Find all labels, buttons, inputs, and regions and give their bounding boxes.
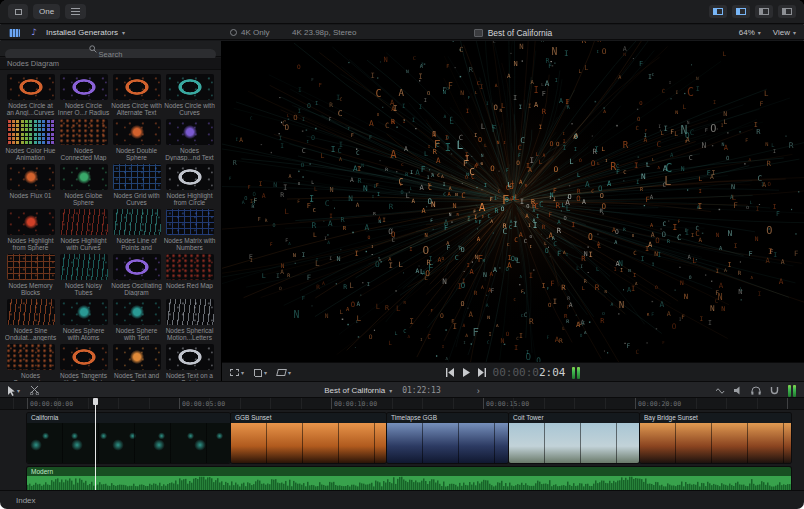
audio-skimming-icon[interactable] [734,386,742,395]
audio-clip-body [27,476,791,491]
skip-back-button[interactable] [446,368,455,377]
timeline-ruler[interactable]: 00:00:00:0000:00:05:0000:00:10:0000:00:1… [0,398,804,410]
generator-item[interactable]: Nodes Suspension [4,344,57,381]
workspace-one-label: One [39,7,54,16]
generator-item[interactable]: Nodes Highlight from Circle [163,164,216,208]
generator-label: Nodes Sphere with Text [111,327,163,341]
generator-item[interactable]: Nodes Dynasp...nd Text [163,119,216,163]
generator-item[interactable]: Nodes Double Sphere [110,119,163,163]
generator-item[interactable]: Nodes Tangents with Cu...scillator [57,344,110,381]
timeline-clip[interactable]: Bay Bridge Sunset [640,413,791,463]
generator-label: Nodes Line of Points and Curves [111,237,163,251]
inspector-layout-button[interactable] [755,5,773,18]
clip-filmstrip [387,423,508,463]
generator-label: Nodes Highlight from Sphere [5,237,57,251]
generator-item[interactable]: Nodes Circle with Alternate Text [110,74,163,118]
media-import-button[interactable] [8,4,28,19]
keyboard-button[interactable] [65,4,86,19]
timeline-layout-button[interactable] [732,5,750,18]
generator-item[interactable]: Nodes Memory Blocks [4,254,57,298]
playhead[interactable] [95,398,96,490]
clip-name-label: GGB Sunset [231,413,386,423]
generator-category-dropdown[interactable]: Installed Generators ▾ [46,25,125,40]
show-audio-browser-button[interactable]: ♪ [26,27,42,38]
viewer[interactable] [222,41,804,362]
workspace-one-button[interactable]: One [33,4,60,19]
timeline-layout-icon [736,8,746,15]
audio-meters-button[interactable] [788,385,796,397]
generator-thumbnail [113,74,161,100]
generator-thumbnail [113,344,161,370]
solo-headphones-icon[interactable] [751,386,761,395]
generator-item[interactable]: Nodes Circle with Curves [163,74,216,118]
generator-item[interactable]: Nodes Flux 01 [4,164,57,208]
viewer-zoom-dropdown[interactable]: 64% ▾ [739,28,761,37]
timeline-clip[interactable]: Timelapse GGB [387,413,508,463]
index-button[interactable]: Index [10,494,42,507]
generator-item[interactable]: Nodes Grid with Curves [110,164,163,208]
generator-label: Nodes Suspension [5,372,57,381]
generator-item[interactable]: Nodes Sphere with Atoms [57,299,110,343]
viewer-view-dropdown[interactable]: View ▾ [773,28,796,37]
timeline-clip[interactable]: Coit Tower [509,413,639,463]
timeline-toolbar-center: Best of California ▾ 01:22:13 › [0,382,804,399]
generator-item[interactable]: Nodes Circle at an Angl...Curves [4,74,57,118]
generator-item[interactable]: Nodes Oscillating Diagram [110,254,163,298]
generator-label: Nodes Connected Map [58,147,110,161]
generator-item[interactable]: Nodes Text and Sun [110,344,163,381]
generator-item[interactable]: Nodes Highlight with Curves [57,209,110,253]
generator-label: Nodes Circle Inner O...r Radius [58,102,110,116]
audio-clip[interactable]: Modern [27,467,791,491]
browser-header-bar: ♪ Installed Generators ▾ 4K Only 4K 23.9… [0,25,804,40]
four-k-only-toggle[interactable]: 4K Only [230,25,269,40]
generator-item[interactable]: Nodes Matrix with Numbers [163,209,216,253]
section-title: Nodes Diagram [7,59,59,68]
radio-icon [230,29,237,36]
project-dropdown[interactable]: Best of California ▾ [324,386,392,395]
generator-item[interactable]: Nodes Spherical Motion...Letters [163,299,216,343]
sharing-layout-button[interactable] [778,5,796,18]
generator-label: Nodes Memory Blocks [5,282,57,296]
clip-name-label: California [27,413,230,423]
generator-thumbnail [113,209,161,235]
generator-thumbnail [166,209,214,235]
generator-item[interactable]: Nodes Noisy Tubes [57,254,110,298]
audio-clip-name: Modern [27,467,791,476]
audio-meters-mini[interactable] [572,367,580,379]
generator-thumbnail [60,254,108,280]
generator-label: Nodes Spherical Motion...Letters [164,327,216,341]
snapping-magnet-icon[interactable] [770,386,779,395]
generator-label: Nodes Dynasp...nd Text [164,147,216,161]
generator-label: Nodes Text on a Spiral [164,372,216,381]
meter-bar-left [788,385,791,397]
next-project-button[interactable]: › [477,386,480,396]
generator-item[interactable]: Nodes Text on a Spiral [163,344,216,381]
generator-item[interactable]: Nodes Connected Map [57,119,110,163]
timeline-clip[interactable]: California [27,413,230,463]
generator-item[interactable]: Nodes Sine Ondulat...angents [4,299,57,343]
bottom-bar: Index [0,490,804,509]
generator-item[interactable]: Nodes Red Map [163,254,216,298]
play-button[interactable] [462,368,470,377]
browser-layout-button[interactable] [709,5,727,18]
generator-label: Nodes Color Hue Animation [5,147,57,161]
viewer-header-right: 64% ▾ View ▾ [739,25,796,40]
generator-item[interactable]: Nodes Color Hue Animation [4,119,57,163]
generator-thumbnail [166,299,214,325]
ruler-timecode-label: 00:00:15:00 [486,400,529,408]
timeline-clip[interactable]: GGB Sunset [231,413,386,463]
browser-layout-icon [713,8,723,15]
timecode-dim: 00:00:0 [493,366,539,379]
generator-thumbnail [113,164,161,190]
generator-item[interactable]: Nodes Circle Inner O...r Radius [57,74,110,118]
show-media-browser-button[interactable] [6,27,22,38]
generator-item[interactable]: Nodes Globe Sphere [57,164,110,208]
skimming-icon[interactable] [716,387,725,395]
clip-filmstrip [231,423,386,463]
ruler-timecode-label: 00:00:05:00 [182,400,225,408]
generator-item[interactable]: Nodes Highlight from Sphere [4,209,57,253]
topbar-right-group [709,5,796,18]
generator-item[interactable]: Nodes Sphere with Text [110,299,163,343]
generator-item[interactable]: Nodes Line of Points and Curves [110,209,163,253]
skip-forward-button[interactable] [477,368,486,377]
